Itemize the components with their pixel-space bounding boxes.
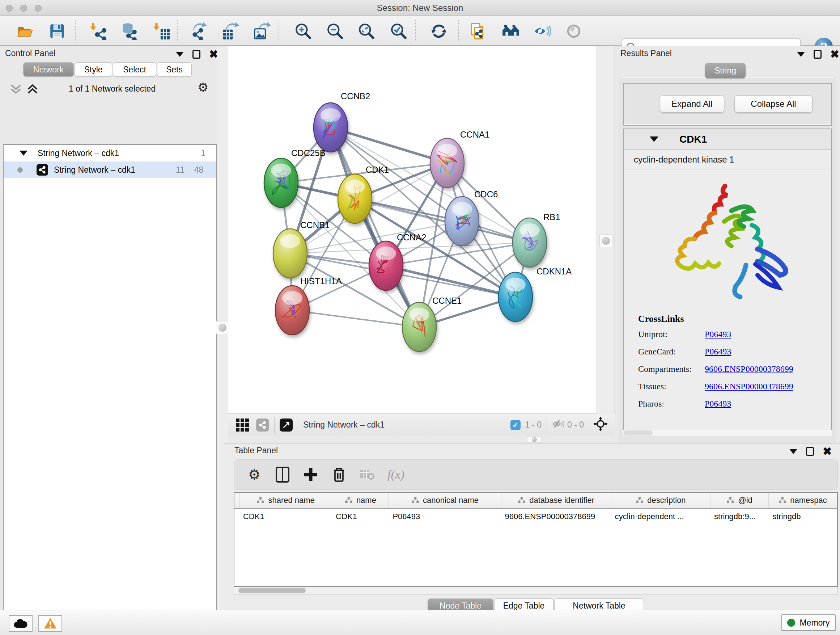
panel-menu-icon[interactable]: [176, 52, 184, 57]
table-row[interactable]: CDK1CDK1P064939606.ENSP00000378699cyclin…: [234, 509, 837, 524]
fit-content-button[interactable]: [356, 21, 377, 41]
import-table-from-file-button[interactable]: [151, 21, 172, 41]
equation-builder-icon[interactable]: f(x): [387, 468, 404, 481]
network-edge[interactable]: [331, 127, 419, 327]
import-network-from-file-button[interactable]: [88, 21, 108, 41]
table-cell[interactable]: stringdb: [769, 509, 837, 524]
open-in-window-icon[interactable]: [279, 418, 293, 432]
apply-layout-button[interactable]: [429, 21, 449, 41]
network-node-CCNA2[interactable]: [369, 241, 403, 290]
splitter-handle[interactable]: [600, 234, 613, 247]
zoom-out-button[interactable]: [325, 21, 345, 41]
network-row-selected[interactable]: String Network – cdk1 11 48: [4, 162, 216, 178]
node-table[interactable]: shared namenamecanonical namedatabase id…: [234, 492, 838, 587]
table-options-gear-icon[interactable]: ⚙: [246, 467, 262, 483]
panel-menu-icon[interactable]: [789, 449, 797, 454]
memory-button[interactable]: Memory: [782, 614, 836, 631]
table-cell[interactable]: stringdb:9...: [711, 509, 769, 524]
table-cell[interactable]: P06493: [389, 509, 501, 524]
zoom-selected-button[interactable]: [388, 21, 409, 41]
network-node-CCNB2[interactable]: [314, 103, 347, 152]
gene-header[interactable]: CDK1: [624, 129, 831, 149]
network-selection-summary: 1 of 1 Network selected: [43, 84, 181, 94]
export-image-button[interactable]: [252, 21, 272, 41]
open-folder-icon: [16, 22, 34, 40]
collapse-tree-icon[interactable]: [26, 83, 39, 96]
hide-selected-button[interactable]: [532, 21, 553, 41]
panel-menu-icon[interactable]: [797, 52, 805, 57]
cloud-button[interactable]: [9, 615, 33, 632]
column-header-@id[interactable]: @id: [711, 493, 769, 508]
crosslink-link[interactable]: P06493: [705, 347, 731, 356]
collapse-arrow-icon[interactable]: [19, 150, 27, 156]
network-node-CDKN1A[interactable]: [499, 272, 532, 321]
network-graph[interactable]: CCNB2CCNA1CDC25BCDK1CDC6RB1CCNB1CCNA2CDK…: [228, 46, 597, 413]
column-header-description[interactable]: description: [611, 493, 711, 508]
crosslink-link[interactable]: P06493: [705, 329, 731, 339]
crosslink-link[interactable]: P06493: [705, 399, 731, 409]
tab-style[interactable]: Style: [74, 62, 112, 77]
crosslink-link[interactable]: 9606.ENSP00000378699: [705, 364, 793, 374]
network-view-toolbar: String Network – cdk1 ✓ 1 - 0 0 - 0: [228, 414, 615, 435]
create-column-icon[interactable]: [303, 467, 319, 483]
delete-columns-icon[interactable]: [331, 467, 347, 483]
delete-table-icon[interactable]: [359, 467, 375, 483]
collapse-all-button[interactable]: Collapse All: [734, 95, 813, 112]
float-panel-icon[interactable]: [193, 50, 201, 59]
expand-all-button[interactable]: Expand All: [660, 95, 724, 112]
import-network-from-database-button[interactable]: [118, 21, 139, 41]
gene-symbol: CDK1: [679, 134, 707, 145]
save-session-button[interactable]: [47, 21, 67, 41]
table-cell[interactable]: CDK1: [332, 509, 389, 524]
float-panel-icon[interactable]: [806, 447, 814, 456]
network-node-HIST1H1A[interactable]: [275, 286, 309, 335]
birdseye-grid-icon[interactable]: [236, 418, 249, 432]
column-header-shared-name[interactable]: shared name: [240, 493, 332, 508]
network-canvas[interactable]: CCNB2CCNA1CDC25BCDK1CDC6RB1CCNB1CCNA2CDK…: [228, 46, 597, 414]
network-edge[interactable]: [331, 127, 447, 163]
zoom-in-button[interactable]: [293, 21, 313, 41]
crosslink-link[interactable]: 9606.ENSP00000378699: [705, 382, 793, 391]
table-cell[interactable]: cyclin-dependent ...: [611, 509, 711, 524]
expand-tree-icon[interactable]: [9, 83, 22, 96]
splitter-handle[interactable]: [216, 321, 229, 334]
string-logo-gray-icon[interactable]: [256, 418, 269, 432]
tab-network[interactable]: Network: [23, 62, 74, 77]
fit-crosshair-icon[interactable]: [593, 417, 608, 433]
network-edge[interactable]: [292, 310, 419, 327]
column-header-namespac[interactable]: namespac: [769, 493, 837, 508]
first-neighbors-button[interactable]: [501, 21, 521, 41]
column-header-canonical-name[interactable]: canonical name: [389, 493, 501, 508]
network-node-CDK1[interactable]: [338, 174, 372, 223]
column-header-name[interactable]: name: [332, 493, 389, 508]
results-scrollbar[interactable]: [623, 430, 832, 436]
toggle-column-display-icon[interactable]: [275, 467, 291, 483]
float-panel-icon[interactable]: [813, 50, 821, 59]
table-cell[interactable]: 9606.ENSP00000378699: [501, 509, 611, 524]
network-node-CDC6[interactable]: [445, 196, 479, 246]
close-panel-icon[interactable]: ✖: [830, 50, 839, 59]
tab-string[interactable]: String: [705, 63, 745, 78]
table-scrollbar[interactable]: [234, 587, 838, 595]
network-collection-row[interactable]: String Network – cdk1 1: [4, 145, 216, 162]
tab-sets[interactable]: Sets: [157, 62, 192, 77]
warnings-button[interactable]: [38, 615, 62, 632]
show-all-button[interactable]: [564, 21, 584, 41]
collapse-arrow-icon[interactable]: [650, 136, 658, 142]
table-cell[interactable]: CDK1: [240, 509, 332, 524]
horizontal-splitter-handle[interactable]: [527, 436, 542, 443]
column-header-database-identifier[interactable]: database identifier: [501, 493, 611, 508]
close-panel-icon[interactable]: ✖: [823, 447, 832, 456]
export-table-button[interactable]: [220, 21, 240, 41]
network-options-gear-icon[interactable]: ⚙: [197, 82, 208, 93]
tab-select[interactable]: Select: [113, 62, 156, 77]
network-node-CCNB1[interactable]: [273, 229, 307, 278]
network-node-RB1[interactable]: [513, 218, 546, 267]
open-file-button[interactable]: [15, 21, 35, 41]
network-node-CCNA1[interactable]: [430, 138, 464, 187]
selected-checkbox-icon[interactable]: ✓: [510, 420, 521, 430]
export-network-button[interactable]: [189, 21, 210, 41]
network-node-CDC25B[interactable]: [264, 158, 298, 207]
network-node-CCNE1[interactable]: [402, 302, 436, 352]
new-network-from-selection-button[interactable]: [468, 21, 488, 41]
